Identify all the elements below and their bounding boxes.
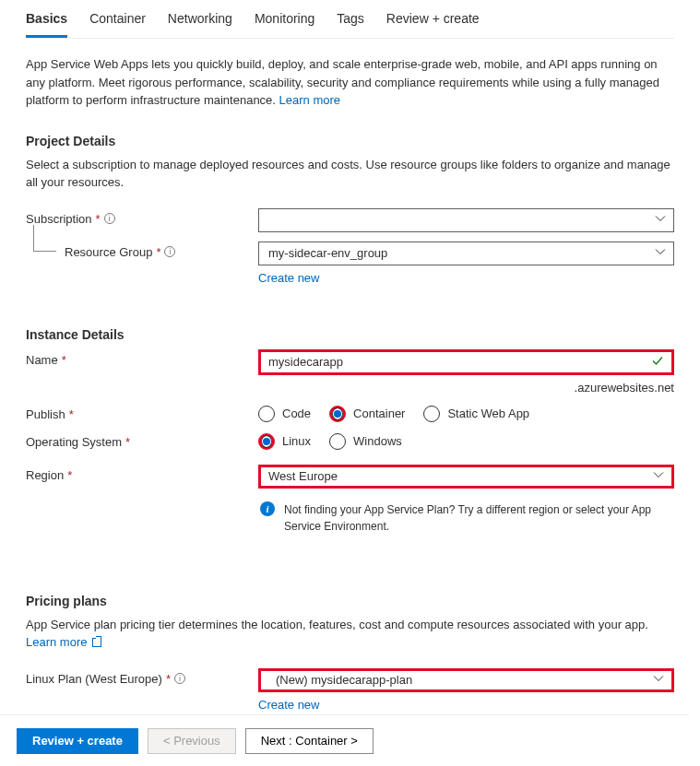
tab-monitoring[interactable]: Monitoring — [255, 4, 314, 38]
info-icon[interactable]: i — [164, 246, 175, 257]
resource-group-create-new-link[interactable]: Create new — [258, 271, 319, 285]
region-label: Region * — [26, 465, 258, 482]
external-link-icon — [92, 638, 101, 647]
tabs-container: Basics Container Networking Monitoring T… — [26, 4, 674, 39]
review-create-button[interactable]: Review + create — [17, 728, 138, 754]
chevron-down-icon — [655, 246, 666, 260]
chevron-down-icon — [655, 213, 666, 227]
info-icon[interactable]: i — [104, 213, 115, 224]
instance-details-title: Instance Details — [26, 327, 674, 342]
os-option-linux[interactable]: Linux — [258, 433, 311, 450]
chevron-down-icon — [653, 673, 664, 687]
name-suffix: .azurewebsites.net — [258, 381, 674, 395]
check-icon — [651, 354, 664, 370]
pricing-desc: App Service plan pricing tier determines… — [26, 616, 674, 652]
name-label: Name * — [26, 349, 258, 367]
project-details-desc: Select a subscription to manage deployed… — [26, 156, 674, 192]
tab-basics[interactable]: Basics — [26, 4, 67, 38]
publish-option-static-web-app[interactable]: Static Web App — [423, 406, 529, 422]
pricing-title: Pricing plans — [26, 594, 674, 608]
project-details-title: Project Details — [26, 134, 674, 148]
tab-container[interactable]: Container — [89, 4, 146, 38]
info-icon: i — [260, 501, 275, 516]
region-dropdown[interactable]: West Europe — [258, 465, 674, 489]
publish-option-container[interactable]: Container — [329, 406, 405, 422]
os-option-windows[interactable]: Windows — [329, 433, 402, 450]
region-info-box: i Not finding your App Service Plan? Try… — [258, 501, 674, 535]
chevron-down-icon — [653, 469, 664, 483]
publish-label: Publish * — [26, 404, 258, 421]
intro-learn-more-link[interactable]: Learn more — [279, 93, 340, 107]
next-button[interactable]: Next : Container > — [245, 728, 374, 754]
tab-networking[interactable]: Networking — [168, 4, 232, 38]
name-input[interactable]: mysidecarapp — [258, 349, 674, 375]
pricing-learn-more-link[interactable]: Learn more — [26, 635, 101, 649]
publish-option-code[interactable]: Code — [258, 406, 311, 422]
info-icon[interactable]: i — [174, 673, 185, 684]
intro-text: App Service Web Apps lets you quickly bu… — [26, 55, 674, 110]
subscription-dropdown[interactable] — [258, 208, 674, 232]
linux-plan-dropdown[interactable]: (New) mysidecarapp-plan — [258, 668, 674, 692]
os-label: Operating System * — [26, 431, 258, 449]
plan-create-new-link[interactable]: Create new — [258, 698, 319, 712]
linux-plan-label: Linux Plan (West Europe) * i — [26, 668, 258, 686]
resource-group-label: Resource Group * i — [26, 242, 258, 259]
resource-group-dropdown[interactable]: my-sidecar-env_group — [258, 242, 674, 265]
footer-bar: Review + create < Previous Next : Contai… — [0, 714, 689, 766]
tab-review-create[interactable]: Review + create — [386, 4, 480, 38]
tab-tags[interactable]: Tags — [337, 4, 364, 38]
previous-button: < Previous — [148, 728, 236, 754]
subscription-label: Subscription * i — [26, 208, 258, 226]
